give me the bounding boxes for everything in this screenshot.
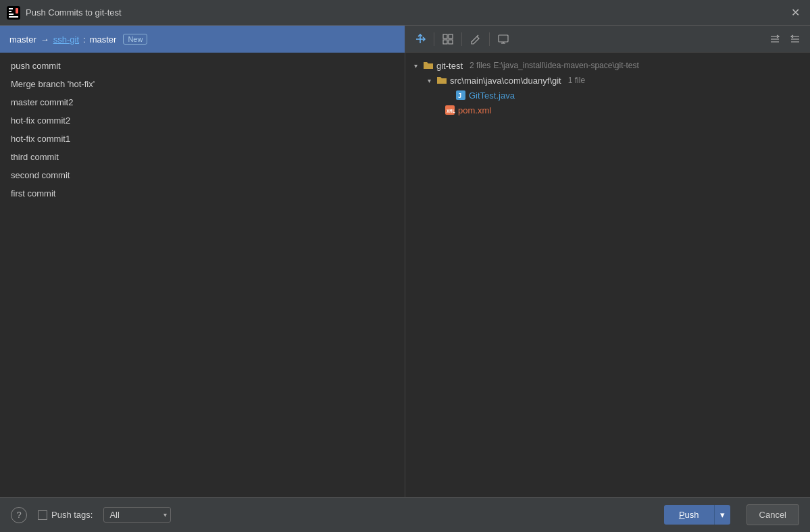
remote-link[interactable]: ssh-git <box>53 34 79 45</box>
java-file-icon: J <box>455 90 466 101</box>
toolbar-divider-2 <box>461 32 462 46</box>
window-title: Push Commits to git-test <box>26 7 122 18</box>
help-button[interactable]: ? <box>11 507 27 523</box>
source-branch: master <box>9 34 36 45</box>
svg-rect-4 <box>9 16 18 18</box>
tree-file-row-java[interactable]: J GitTest.java <box>405 88 810 103</box>
main-content: master → ssh-git : master New push commi… <box>0 26 810 497</box>
bottom-bar: ? Push tags: All None ▾ Push ▾ Cancel <box>0 497 810 532</box>
commit-item[interactable]: first commit <box>0 184 405 203</box>
svg-rect-3 <box>9 14 14 15</box>
close-button[interactable]: ✕ <box>787 5 803 21</box>
file-tree: ▾ git-test 2 files E:\java_install\idea-… <box>405 53 810 497</box>
svg-rect-8 <box>443 34 447 38</box>
branch-colon: : <box>83 34 86 45</box>
svg-rect-2 <box>9 11 11 12</box>
svg-rect-10 <box>443 40 447 44</box>
commit-list: push commit Merge branch 'hot-fix' maste… <box>0 53 405 497</box>
xml-file-icon: XML <box>445 105 455 115</box>
push-button-group: Push ▾ <box>664 505 730 525</box>
push-button[interactable]: Push <box>664 505 715 525</box>
commit-item[interactable]: second commit <box>0 166 405 184</box>
subfolder-name: src\main\java\com\duanyf\git <box>450 76 561 86</box>
tree-root-row[interactable]: ▾ git-test 2 files E:\java_install\idea-… <box>405 58 810 73</box>
root-folder-path: E:\java_install\idea-maven-space\git-tes… <box>493 61 638 70</box>
tags-select-wrapper: All None ▾ <box>103 507 171 523</box>
grid-view-button[interactable] <box>438 30 457 49</box>
svg-line-12 <box>477 35 478 36</box>
chevron-down-icon-2: ▾ <box>424 77 434 84</box>
push-dropdown-button[interactable]: ▾ <box>715 505 730 525</box>
commit-item[interactable]: Merge branch 'hot-fix' <box>0 75 405 93</box>
right-panel: ▾ git-test 2 files E:\java_install\idea-… <box>405 26 810 497</box>
branch-bar: master → ssh-git : master New <box>0 26 405 53</box>
commit-item[interactable]: third commit <box>0 148 405 166</box>
branch-arrow: → <box>41 34 49 45</box>
xml-file-name: pom.xml <box>458 105 491 115</box>
push-icon-button[interactable] <box>411 30 430 49</box>
java-file-name: GitTest.java <box>469 90 515 101</box>
toolbar-divider-3 <box>489 32 490 46</box>
tags-select[interactable]: All None <box>103 507 171 523</box>
tree-subfolder-row[interactable]: ▾ src\main\java\com\duanyf\git 1 file <box>405 73 810 88</box>
right-toolbar <box>405 26 810 53</box>
collapse-all-button[interactable] <box>765 30 784 49</box>
push-tags-checkbox[interactable] <box>38 510 47 520</box>
commit-item[interactable]: hot-fix commit1 <box>0 130 405 148</box>
svg-text:J: J <box>458 92 461 99</box>
push-tags-label: Push tags: <box>51 510 93 520</box>
expand-all-button[interactable] <box>786 30 805 49</box>
edit-button[interactable] <box>466 30 485 49</box>
chevron-down-icon: ▾ <box>411 62 420 70</box>
svg-text:XML: XML <box>447 109 455 114</box>
target-branch: master <box>90 34 117 45</box>
monitor-button[interactable] <box>494 30 513 49</box>
svg-rect-1 <box>9 8 13 9</box>
folder-icon <box>423 60 434 71</box>
root-folder-meta: 2 files <box>470 61 490 70</box>
subfolder-meta: 1 file <box>568 76 585 85</box>
svg-rect-13 <box>499 35 508 42</box>
title-bar: Push Commits to git-test ✕ <box>0 0 810 26</box>
svg-rect-5 <box>16 8 18 14</box>
new-badge: New <box>123 34 147 45</box>
push-tags-section: Push tags: <box>38 510 93 520</box>
commit-item[interactable]: hot-fix commit2 <box>0 111 405 130</box>
commit-item[interactable]: master commit2 <box>0 93 405 111</box>
toolbar-divider <box>434 32 434 46</box>
svg-rect-11 <box>449 40 453 44</box>
cancel-button[interactable]: Cancel <box>746 504 799 525</box>
root-folder-name: git-test <box>436 61 463 71</box>
left-panel: master → ssh-git : master New push commi… <box>0 26 405 497</box>
tree-file-row-xml[interactable]: XML pom.xml <box>405 103 810 117</box>
push-label-rest: ush <box>685 510 699 520</box>
commit-item[interactable]: push commit <box>0 57 405 75</box>
subfolder-icon <box>436 75 447 86</box>
app-logo <box>7 6 20 20</box>
svg-rect-9 <box>449 34 453 38</box>
